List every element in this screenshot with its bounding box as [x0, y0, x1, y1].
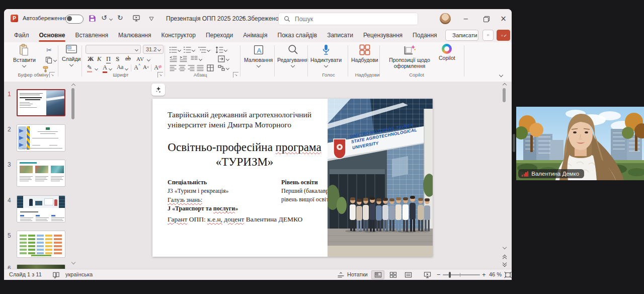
- slide-title-textbox[interactable]: Освітньо-професійна програма «ТУРИЗМ»: [162, 140, 328, 170]
- highlight-button[interactable]: ✎: [87, 64, 92, 72]
- paste-button[interactable]: Вставити: [13, 44, 36, 67]
- paragraph-dialog-launcher[interactable]: ↘: [233, 72, 238, 78]
- cut-icon[interactable]: ✂: [46, 46, 52, 54]
- thumbnails-scroll-up-icon[interactable]: [71, 84, 75, 88]
- slide-scroll-down-icon[interactable]: [503, 245, 507, 249]
- zoom-out-button[interactable]: −: [437, 271, 441, 278]
- zoom-level[interactable]: 46 %: [489, 271, 502, 277]
- font-size-combo[interactable]: 31.2: [143, 45, 164, 54]
- designer-button[interactable]: Пропозиції щодооформлення: [382, 44, 437, 69]
- tab-file[interactable]: Файл: [9, 28, 34, 42]
- drawing-button[interactable]: A Малювання: [244, 44, 273, 67]
- slideshow-view-button[interactable]: [421, 270, 434, 279]
- slide-thumbnail-3[interactable]: [17, 160, 65, 187]
- autosave-toggle[interactable]: [65, 15, 84, 24]
- user-avatar[interactable]: [440, 13, 451, 24]
- justify-icon[interactable]: [196, 64, 204, 72]
- copy-icon[interactable]: [45, 56, 52, 63]
- search-box[interactable]: [278, 13, 418, 25]
- designer-float-button[interactable]: [151, 84, 165, 96]
- specialty-textbox[interactable]: Спеціальність J3 «Туризм і рекреація» Га…: [168, 178, 238, 213]
- smartart-dropdown-icon[interactable]: [226, 66, 229, 70]
- thumbnails-scrollbar-thumb[interactable]: [71, 88, 74, 119]
- notes-icon[interactable]: [337, 271, 345, 278]
- numbering-icon[interactable]: [183, 46, 191, 54]
- slide-thumbnail-2[interactable]: [17, 124, 65, 152]
- case-dropdown-icon[interactable]: [125, 67, 128, 70]
- columns-dropdown-icon[interactable]: [199, 57, 202, 61]
- dictate-button[interactable]: Надиктувати: [310, 44, 342, 67]
- columns-icon[interactable]: [190, 55, 198, 63]
- copy-dropdown-icon[interactable]: [53, 58, 57, 62]
- addins-button[interactable]: Надбудови: [351, 44, 378, 63]
- slides-button[interactable]: Слайди: [62, 44, 80, 66]
- tab-home[interactable]: Основне: [34, 28, 70, 42]
- clipboard-dialog-launcher[interactable]: ↘: [49, 72, 55, 78]
- text-direction-dropdown-icon[interactable]: [226, 57, 229, 61]
- restore-button[interactable]: [476, 9, 496, 28]
- align-right-icon[interactable]: [187, 64, 195, 72]
- line-spacing-icon[interactable]: [215, 46, 223, 54]
- font-color-dropdown-icon[interactable]: [109, 67, 112, 70]
- shrink-font-button[interactable]: А: [143, 64, 147, 70]
- save-icon[interactable]: [89, 15, 96, 22]
- minimize-button[interactable]: −: [456, 9, 476, 28]
- notes-button[interactable]: Нотатки: [347, 271, 368, 277]
- decrease-indent-icon[interactable]: [169, 55, 177, 63]
- change-case-button[interactable]: Aa: [117, 64, 123, 70]
- slide-sorter-view-button[interactable]: [386, 270, 399, 279]
- participant-video[interactable]: Валентина Демко: [516, 107, 644, 180]
- record-button[interactable]: Записати: [445, 30, 478, 41]
- increase-indent-icon[interactable]: [179, 55, 187, 63]
- spacing-dropdown-icon[interactable]: [147, 58, 150, 61]
- undo-dropdown-icon[interactable]: [109, 17, 113, 21]
- collapse-ribbon-icon[interactable]: [499, 73, 503, 77]
- align-left-icon[interactable]: [169, 64, 177, 72]
- start-slideshow-icon[interactable]: [132, 15, 140, 22]
- character-spacing-button[interactable]: AV: [136, 56, 144, 62]
- bold-button[interactable]: Ж: [88, 55, 94, 63]
- slide-canvas[interactable]: Таврійський державний агротехнологічний …: [152, 99, 433, 257]
- tab-review[interactable]: Рецензування: [358, 28, 408, 42]
- slide-thumbnail-6[interactable]: [17, 264, 65, 269]
- strikethrough-button[interactable]: ab: [125, 55, 131, 61]
- clear-formatting-button[interactable]: А: [154, 64, 158, 71]
- slide-counter[interactable]: Слайд 1 з 11: [9, 271, 42, 277]
- tab-transitions[interactable]: Переходи: [201, 28, 238, 42]
- line-spacing-dropdown-icon[interactable]: [224, 48, 227, 52]
- tab-design[interactable]: Конструктор: [156, 28, 200, 42]
- slide-thumbnail-5[interactable]: [17, 231, 65, 258]
- normal-view-button[interactable]: [371, 270, 384, 279]
- slide-thumbnail-1[interactable]: [17, 89, 65, 116]
- tab-slideshow[interactable]: Показ слайдів: [273, 28, 323, 42]
- tab-insert[interactable]: Вставлення: [70, 28, 113, 42]
- slide-scroll-up-icon[interactable]: [503, 83, 507, 87]
- close-button[interactable]: ×: [495, 9, 512, 28]
- font-name-combo[interactable]: [86, 45, 141, 54]
- grow-font-button[interactable]: А: [134, 64, 138, 71]
- convert-smartart-icon[interactable]: [217, 64, 225, 72]
- redo-icon[interactable]: ↻: [117, 14, 123, 22]
- comments-button[interactable]: [482, 30, 494, 41]
- university-name-textbox[interactable]: Таврійський державний агротехнологічний …: [168, 110, 311, 130]
- tab-animations[interactable]: Анімація: [238, 28, 272, 42]
- undo-icon[interactable]: ↺: [101, 14, 107, 22]
- spellcheck-icon[interactable]: [52, 271, 60, 278]
- slide-thumbnail-4[interactable]: [17, 195, 65, 223]
- multilevel-dropdown-icon[interactable]: [207, 48, 210, 52]
- zoom-slider-thumb[interactable]: [449, 272, 451, 278]
- fit-to-window-icon[interactable]: [504, 271, 512, 278]
- tab-draw[interactable]: Малювання: [113, 28, 156, 42]
- copilot-button[interactable]: Copilot: [439, 44, 455, 61]
- bullets-dropdown-icon[interactable]: [178, 48, 181, 52]
- reading-view-button[interactable]: [401, 270, 415, 279]
- font-dialog-launcher[interactable]: ↘: [157, 72, 163, 78]
- search-input[interactable]: [294, 15, 396, 23]
- align-center-icon[interactable]: [178, 64, 186, 72]
- bullets-icon[interactable]: [169, 46, 177, 54]
- tab-view[interactable]: Подання: [408, 28, 442, 42]
- share-button[interactable]: [497, 30, 510, 41]
- guarantor-textbox[interactable]: Гарант ОПП: к.е.н, доцент Валентина ДЕМК…: [168, 215, 302, 224]
- quick-access-menu-icon[interactable]: [149, 17, 154, 21]
- italic-button[interactable]: К: [97, 55, 101, 63]
